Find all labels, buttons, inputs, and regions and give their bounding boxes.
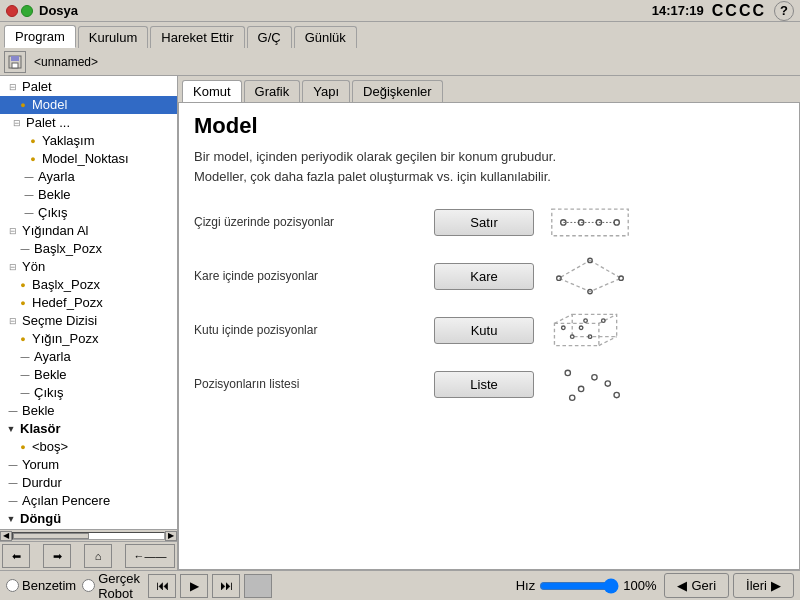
radio-benzetim[interactable]: Benzetim (6, 578, 76, 593)
save-button[interactable] (4, 51, 26, 73)
svg-rect-2 (12, 63, 18, 68)
titlebar-time: 14:17:19 (652, 3, 704, 18)
ayarla-1-label: Ayarla (38, 169, 75, 185)
help-button[interactable]: ? (774, 1, 794, 21)
sidebar-arrow-btn[interactable]: ←—— (125, 544, 175, 568)
tree-cikis-1[interactable]: — Çıkış (0, 204, 177, 222)
hscroll-track[interactable] (12, 532, 165, 540)
tree-yaklasim[interactable]: ● Yaklaşım (0, 132, 177, 150)
tree-bekle-top[interactable]: — Bekle (0, 402, 177, 420)
benzetim-radio[interactable] (6, 579, 19, 592)
back-label: Geri (691, 578, 716, 593)
svg-rect-15 (572, 314, 616, 336)
menu-tab-kurulum[interactable]: Kurulum (78, 26, 148, 48)
gercek-robot-radio[interactable] (82, 579, 95, 592)
content-tabs: Komut Grafik Yapı Değişkenler (178, 76, 800, 102)
tree-durdur[interactable]: — Durdur (0, 474, 177, 492)
simulation-section: Benzetim Gerçek Robot (6, 571, 140, 601)
svg-line-18 (599, 337, 617, 346)
tab-content: Model Bir model, içinden periyodik olara… (178, 102, 800, 570)
kutu-icon (550, 310, 630, 350)
tree-yigin-pozx[interactable]: ● Yığın_Pozx (0, 330, 177, 348)
dongu-label: Döngü (20, 511, 61, 527)
toolbar: <unnamed> (0, 48, 800, 76)
back-button[interactable]: ◀ Geri (664, 573, 729, 598)
tree-container[interactable]: ⊟ Palet ● Model ⊟ Palet ... (0, 76, 177, 529)
tree-cikis-2[interactable]: — Çıkış (0, 384, 177, 402)
tree-baslx-pozx-1[interactable]: — Başlx_Pozx (0, 240, 177, 258)
menu-tab-program[interactable]: Program (4, 25, 76, 48)
option-row-kutu: Kutu içinde pozisyonlar Kutu (194, 310, 784, 350)
tree-yon[interactable]: ⊟ Yön (0, 258, 177, 276)
nav-section: ◀ Geri İleri ▶ (664, 573, 794, 598)
tree-model-noktasi[interactable]: ● Model_Noktası (0, 150, 177, 168)
tree-klasor[interactable]: ▼ Klasör (0, 420, 177, 438)
tree-dongu[interactable]: ▼ Döngü (0, 510, 177, 528)
tree-hedef-pozx[interactable]: ● Hedef_Pozx (0, 294, 177, 312)
tree-acilan-pencere[interactable]: — Açılan Pencere (0, 492, 177, 510)
playback-controls: ⏮ ▶ ⏭ (148, 574, 508, 598)
radio-gercek-robot[interactable]: Gerçek Robot (82, 571, 140, 601)
sidebar-home-btn[interactable]: ⌂ (84, 544, 112, 568)
titlebar-left: Dosya (6, 3, 78, 18)
cikis-2-label: Çıkış (34, 385, 64, 401)
tab-yapi[interactable]: Yapı (302, 80, 350, 102)
rewind-button[interactable]: ⏮ (148, 574, 176, 598)
sidebar-forward-btn[interactable]: ➡ (43, 544, 71, 568)
kare-icon (550, 256, 630, 296)
play-button[interactable]: ▶ (180, 574, 208, 598)
satir-button[interactable]: Satır (434, 209, 534, 236)
kare-button[interactable]: Kare (434, 263, 534, 290)
menu-tab-gc[interactable]: G/Ç (247, 26, 292, 48)
tab-grafik[interactable]: Grafik (244, 80, 301, 102)
tab-degiskenler[interactable]: Değişkenler (352, 80, 443, 102)
tree-bekle-2[interactable]: — Bekle (0, 366, 177, 384)
titlebar: Dosya 14:17:19 CCCC ? (0, 0, 800, 22)
main: <unnamed> ⊟ Palet ● Model (0, 48, 800, 600)
baslx-pozx-2-icon: ● (16, 278, 30, 292)
hscroll-right[interactable]: ▶ (165, 531, 177, 541)
bos-klasor-label: <boş> (32, 439, 68, 455)
sidebar-back-btn[interactable]: ⬅ (2, 544, 30, 568)
bekle-2-label: Bekle (34, 367, 67, 383)
sidebar-bottom-bar: ⬅ ➡ ⌂ ←—— (0, 541, 177, 570)
speed-section: Hız 100% (516, 578, 657, 594)
bekle-2-icon: — (18, 368, 32, 382)
tree-bekle-1[interactable]: — Bekle (0, 186, 177, 204)
svg-point-30 (570, 395, 575, 400)
tree-secme-dizisi[interactable]: ⊟ Seçme Dizisi (0, 312, 177, 330)
option-row-kare: Kare içinde pozisyonlar Kare (194, 256, 784, 296)
palet-dots-expand-icon: ⊟ (10, 116, 24, 130)
hedef-pozx-label: Hedef_Pozx (32, 295, 103, 311)
tree-yigindan-al[interactable]: ⊟ Yığından Al (0, 222, 177, 240)
forward-button[interactable]: İleri ▶ (733, 573, 794, 598)
model-title: Model (194, 113, 784, 139)
stop-button[interactable] (244, 574, 272, 598)
tree-model[interactable]: ● Model (0, 96, 177, 114)
tree-ayarla-2[interactable]: — Ayarla (0, 348, 177, 366)
hscroll-thumb[interactable] (13, 533, 89, 539)
ayarla-2-label: Ayarla (34, 349, 71, 365)
menu-tab-gunluk[interactable]: Günlük (294, 26, 357, 48)
hscroll-left[interactable]: ◀ (0, 531, 12, 541)
cikis-1-icon: — (22, 206, 36, 220)
tree-palet-dots[interactable]: ⊟ Palet ... (0, 114, 177, 132)
tree-yorum[interactable]: — Yorum (0, 456, 177, 474)
forward-skip-button[interactable]: ⏭ (212, 574, 240, 598)
close-dot[interactable] (6, 5, 18, 17)
liste-button[interactable]: Liste (434, 371, 534, 398)
model-icon: ● (16, 98, 30, 112)
menu-tab-hareket[interactable]: Hareket Ettir (150, 26, 244, 48)
svg-line-16 (554, 314, 572, 323)
tree-baslx-pozx-2[interactable]: ● Başlx_Pozx (0, 276, 177, 294)
speed-slider[interactable] (539, 578, 619, 594)
gercek-robot-label: Gerçek Robot (98, 571, 140, 601)
kutu-button[interactable]: Kutu (434, 317, 534, 344)
secme-dizisi-label: Seçme Dizisi (22, 313, 97, 329)
tree-ayarla-1[interactable]: — Ayarla (0, 168, 177, 186)
tab-komut[interactable]: Komut (182, 80, 242, 102)
tree-bos-klasor[interactable]: ● <boş> (0, 438, 177, 456)
tree-palet[interactable]: ⊟ Palet (0, 78, 177, 96)
sidebar-hscroll[interactable]: ◀ ▶ (0, 529, 177, 541)
model-label: Model (32, 97, 67, 113)
